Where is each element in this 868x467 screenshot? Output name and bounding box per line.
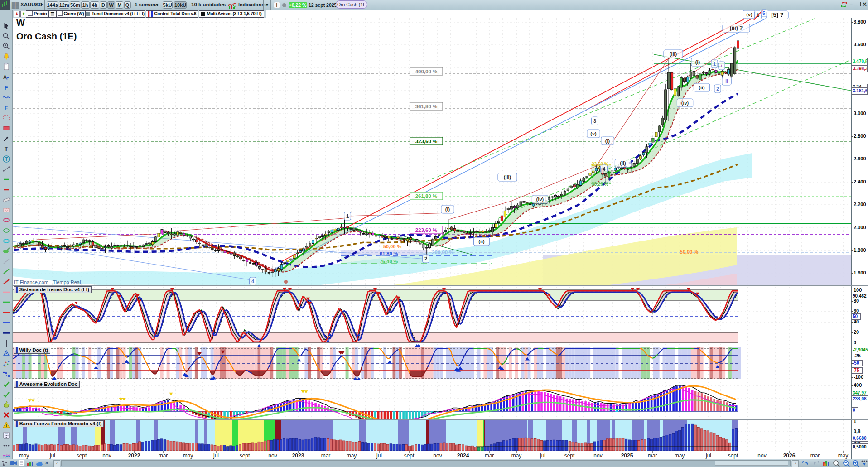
svg-text:(iii): (iii)	[504, 174, 511, 180]
svg-text:(i): (i)	[695, 59, 700, 65]
svg-text:(iv): (iv)	[536, 197, 544, 202]
svg-text:261,80 %: 261,80 %	[415, 193, 438, 199]
svg-text:2: 2	[424, 256, 427, 261]
svg-text:50,00 %: 50,00 %	[383, 244, 402, 249]
svg-text:361,80 %: 361,80 %	[415, 104, 438, 109]
svg-text:(iv): (iv)	[681, 100, 689, 106]
svg-text:38,20 %: 38,20 %	[592, 182, 608, 187]
svg-text:4: 4	[603, 166, 606, 172]
svg-text:(iii) ?: (iii) ?	[730, 25, 743, 31]
svg-text:Oro Cash (1E): Oro Cash (1E)	[16, 31, 77, 41]
svg-text:323,60 %: 323,60 %	[415, 139, 438, 144]
svg-text:W: W	[16, 18, 25, 28]
svg-text:(i): (i)	[445, 207, 450, 212]
svg-text:223,60 %: 223,60 %	[415, 227, 438, 233]
svg-text:200,00 %: 200,00 %	[432, 250, 454, 255]
svg-text:61,80 %: 61,80 %	[380, 251, 398, 256]
svg-text:IT-Finance.com - Tiempo Real: IT-Finance.com - Tiempo Real	[14, 279, 81, 285]
svg-text:4: 4	[251, 279, 255, 284]
svg-text:(ii): (ii)	[478, 239, 485, 244]
svg-text:i: i	[721, 63, 723, 68]
svg-text:2: 2	[716, 87, 719, 91]
svg-text:(v): (v)	[590, 131, 597, 136]
svg-text:(ii): (ii)	[699, 85, 705, 90]
svg-text:76,40 %: 76,40 %	[380, 259, 398, 264]
svg-text:ii: ii	[725, 79, 728, 84]
svg-text:3: 3	[593, 118, 596, 124]
svg-text:(i): (i)	[605, 138, 610, 144]
svg-text:[5] ?: [5] ?	[771, 11, 784, 18]
svg-text:1: 1	[346, 213, 349, 219]
svg-text:5: 5	[762, 10, 765, 16]
svg-text:1: 1	[713, 62, 716, 67]
svg-text:(v): (v)	[746, 12, 752, 17]
svg-text:(iii): (iii)	[670, 51, 677, 57]
svg-text:(ii): (ii)	[620, 160, 626, 166]
svg-text:400,00 %: 400,00 %	[415, 69, 438, 74]
svg-text:50,00 %: 50,00 %	[680, 249, 699, 255]
